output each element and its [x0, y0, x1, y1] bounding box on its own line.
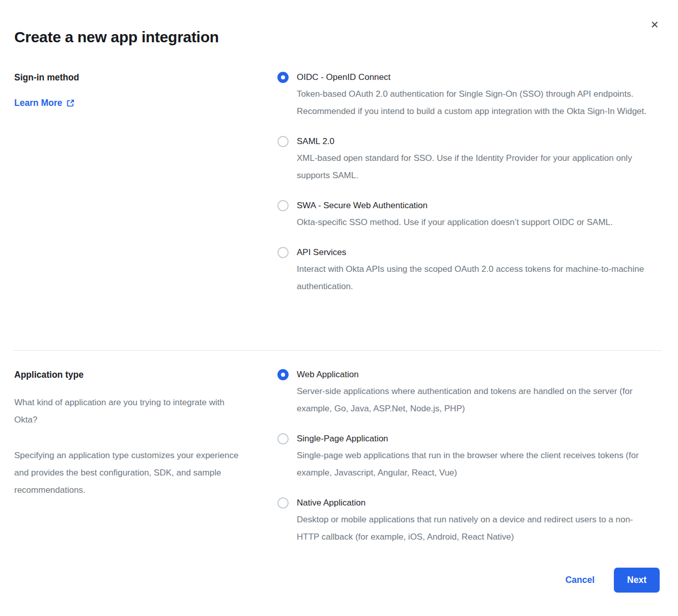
option-label-web-application: Web Application	[297, 369, 658, 381]
option-description-saml: XML-based open standard for SSO. Use if …	[297, 150, 648, 184]
option-label-swa: SWA - Secure Web Authentication	[297, 200, 658, 212]
option-label-oidc: OIDC - OpenID Connect	[297, 71, 658, 83]
option-label-single-page-application: Single-Page Application	[297, 433, 658, 445]
radio-oidc-selected[interactable]	[277, 72, 289, 83]
option-label-saml: SAML 2.0	[297, 135, 658, 148]
cancel-button[interactable]: Cancel	[566, 575, 595, 585]
create-app-integration-dialog: × Create a new app integration Sign-in m…	[0, 0, 678, 616]
application-type-paragraph-1: What kind of application are you trying …	[14, 394, 241, 429]
option-description-oidc: Token-based OAuth 2.0 authentication for…	[297, 86, 648, 120]
dialog-title: Create a new app integration	[14, 29, 219, 46]
dialog-footer: Cancel Next	[566, 568, 660, 593]
application-type-label: Application type	[14, 369, 277, 381]
application-type-paragraph-2: Specifying an application type customize…	[14, 447, 241, 499]
option-label-api-services: API Services	[297, 246, 658, 259]
learn-more-label: Learn More	[14, 97, 62, 109]
radio-option-swa[interactable]: SWA - Secure Web Authentication Okta-spe…	[277, 200, 658, 231]
radio-native-application[interactable]	[277, 497, 289, 509]
application-type-section: Application type What kind of applicatio…	[14, 369, 658, 546]
radio-option-api-services[interactable]: API Services Interact with Okta APIs usi…	[277, 246, 658, 295]
option-description-swa: Okta-specific SSO method. Use if your ap…	[297, 214, 648, 231]
option-description-api-services: Interact with Okta APIs using the scoped…	[297, 261, 648, 295]
option-description-web-application: Server-side applications where authentic…	[297, 383, 648, 417]
radio-swa[interactable]	[277, 200, 289, 211]
radio-api-services[interactable]	[277, 247, 289, 258]
radio-option-web-application[interactable]: Web Application Server-side applications…	[277, 369, 658, 417]
option-label-native-application: Native Application	[297, 497, 658, 509]
radio-saml[interactable]	[277, 136, 289, 147]
radio-single-page-application[interactable]	[277, 433, 289, 444]
radio-option-native-application[interactable]: Native Application Desktop or mobile app…	[277, 497, 658, 546]
option-description-single-page-application: Single-page web applications that run in…	[297, 447, 648, 482]
learn-more-link[interactable]: Learn More	[14, 97, 75, 109]
radio-option-oidc[interactable]: OIDC - OpenID Connect Token-based OAuth …	[277, 71, 658, 120]
close-icon: ×	[651, 17, 658, 32]
sign-in-method-left-column: Sign-in method Learn More	[14, 71, 277, 295]
sign-in-method-section: Sign-in method Learn More OIDC - OpenID …	[14, 71, 658, 295]
radio-option-single-page-application[interactable]: Single-Page Application Single-page web …	[277, 433, 658, 482]
application-type-options: Web Application Server-side applications…	[277, 369, 658, 546]
sign-in-method-label: Sign-in method	[14, 71, 277, 83]
radio-web-application-selected[interactable]	[277, 369, 289, 380]
radio-option-saml[interactable]: SAML 2.0 XML-based open standard for SSO…	[277, 135, 658, 184]
external-link-icon	[66, 99, 75, 107]
next-button[interactable]: Next	[614, 568, 660, 593]
option-description-native-application: Desktop or mobile applications that run …	[297, 511, 648, 546]
section-divider	[13, 350, 662, 351]
sign-in-method-options: OIDC - OpenID Connect Token-based OAuth …	[277, 71, 658, 295]
close-button[interactable]: ×	[645, 15, 664, 34]
application-type-left-column: Application type What kind of applicatio…	[14, 369, 277, 546]
